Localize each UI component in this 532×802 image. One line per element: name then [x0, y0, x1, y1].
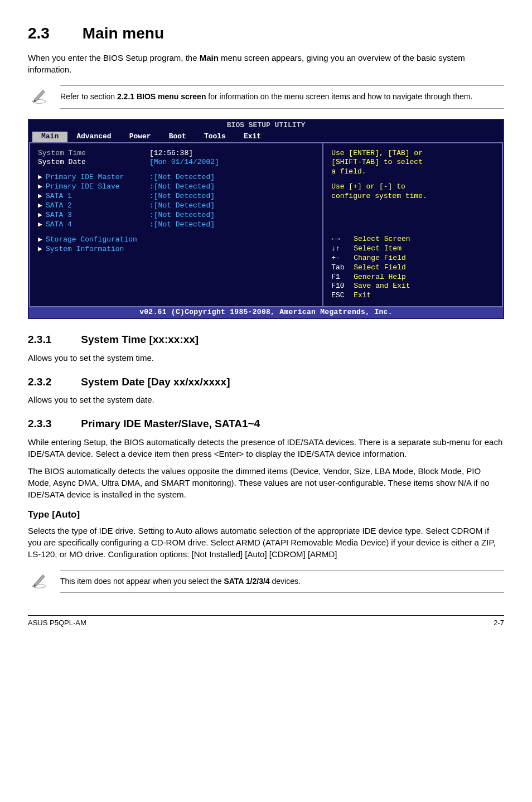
- note1-c: for information on the menu screen items…: [206, 92, 472, 101]
- sub-title: System Time [xx:xx:xx]: [81, 334, 199, 345]
- triangle-icon: ▶: [38, 235, 46, 245]
- nav-desc: Save and Exit: [354, 282, 410, 291]
- intro-text-a: When you enter the BIOS Setup program, t…: [28, 53, 200, 62]
- nav-desc: Exit: [354, 291, 371, 301]
- bios-help-pane: Use [ENTER], [TAB] or [SHIFT-TAB] to sel…: [323, 143, 503, 308]
- pencil-note-icon: [28, 85, 50, 104]
- bios-setup-utility: BIOS SETUP UTILITY Main Advanced Power B…: [28, 119, 504, 319]
- system-time-value[interactable]: [12:56:38]: [149, 149, 193, 158]
- body-233-p2: The BIOS automatically detects the value…: [28, 465, 504, 500]
- sata-3-value: :[Not Detected]: [149, 211, 215, 220]
- note2-b: SATA 1/2/3/4: [224, 577, 269, 586]
- footer-page-num: 2-7: [494, 618, 504, 628]
- section-title-text: Main menu: [83, 25, 164, 42]
- sub-num: 2.3.1: [28, 332, 78, 347]
- primary-ide-master[interactable]: Primary IDE Master: [46, 173, 149, 182]
- triangle-icon: ▶: [38, 192, 46, 201]
- bios-tab-power[interactable]: Power: [120, 132, 160, 142]
- nav-key: Tab: [331, 263, 354, 273]
- sub-title: System Date [Day xx/xx/xxxx]: [81, 376, 230, 388]
- sub-title: Primary IDE Master/Slave, SATA1~4: [81, 418, 260, 429]
- pencil-note-icon: [28, 570, 50, 589]
- triangle-icon: ▶: [38, 211, 46, 220]
- sata-1-value: :[Not Detected]: [149, 192, 215, 201]
- primary-ide-slave-value: :[Not Detected]: [149, 182, 215, 192]
- note-body: Refer to section 2.2.1 BIOS menu screen …: [60, 85, 504, 109]
- nav-key: +-: [331, 254, 354, 263]
- bios-tab-exit[interactable]: Exit: [235, 132, 270, 142]
- sata-2-value: :[Not Detected]: [149, 201, 215, 211]
- system-time-label: System Time: [38, 149, 149, 158]
- note-body: This item does not appear when you selec…: [60, 570, 504, 593]
- bios-tab-advanced[interactable]: Advanced: [67, 132, 120, 142]
- bios-left-pane: System Time [12:56:38] System Date [Mon …: [29, 143, 323, 308]
- nav-desc: Select Screen: [354, 235, 410, 244]
- note2-a: This item does not appear when you selec…: [60, 577, 224, 586]
- sub-num: 2.3.2: [28, 375, 78, 390]
- triangle-icon: ▶: [38, 220, 46, 230]
- body-232: Allows you to set the system date.: [28, 394, 504, 405]
- nav-key: ↓↑: [331, 244, 354, 254]
- type-heading: Type [Auto]: [28, 508, 504, 521]
- sata-3[interactable]: SATA 3: [46, 211, 149, 220]
- body-231: Allows you to set the system time.: [28, 352, 504, 364]
- bios-copyright-footer: v02.61 (C)Copyright 1985-2008, American …: [29, 307, 503, 318]
- nav-key: F1: [331, 273, 354, 282]
- note-block-sata: This item does not appear when you selec…: [28, 570, 504, 593]
- intro-text-bold: Main: [200, 53, 219, 62]
- bios-tab-tools[interactable]: Tools: [195, 132, 235, 142]
- system-date-value[interactable]: [Mon 01/14/2002]: [149, 158, 219, 167]
- triangle-icon: ▶: [38, 173, 46, 182]
- sata-2[interactable]: SATA 2: [46, 201, 149, 211]
- nav-desc: Change Field: [354, 254, 406, 263]
- section-number: 2.3: [28, 22, 78, 44]
- help-line: a field.: [331, 167, 494, 177]
- nav-desc: Select Item: [354, 244, 402, 254]
- storage-configuration[interactable]: Storage Configuration: [46, 235, 137, 245]
- sata-4[interactable]: SATA 4: [46, 220, 149, 230]
- subsection-heading-233: 2.3.3 Primary IDE Master/Slave, SATA1~4: [28, 417, 504, 432]
- intro-paragraph: When you enter the BIOS Setup program, t…: [28, 52, 504, 75]
- bios-tab-boot[interactable]: Boot: [160, 132, 195, 142]
- body-233-p1: While entering Setup, the BIOS automatic…: [28, 436, 504, 460]
- help-line: configure system time.: [331, 192, 494, 201]
- nav-key: ←→: [331, 235, 354, 244]
- footer-product: ASUS P5QPL-AM: [28, 618, 86, 628]
- bios-tab-main[interactable]: Main: [32, 132, 67, 142]
- help-line: [SHIFT-TAB] to select: [331, 158, 494, 167]
- triangle-icon: ▶: [38, 245, 46, 254]
- sata-4-value: :[Not Detected]: [149, 220, 215, 230]
- triangle-icon: ▶: [38, 201, 46, 211]
- system-information[interactable]: System Information: [46, 245, 124, 254]
- nav-key: F10: [331, 282, 354, 291]
- sub-num: 2.3.3: [28, 417, 78, 432]
- bios-menu-bar: Main Advanced Power Boot Tools Exit: [29, 132, 503, 143]
- nav-desc: Select Field: [354, 263, 406, 273]
- subsection-heading-231: 2.3.1 System Time [xx:xx:xx]: [28, 332, 504, 347]
- help-line: Use [+] or [-] to: [331, 182, 494, 192]
- note2-c: devices.: [270, 577, 301, 586]
- section-heading: 2.3 Main menu: [28, 22, 504, 44]
- primary-ide-slave[interactable]: Primary IDE Slave: [46, 182, 149, 192]
- note-block-reference: Refer to section 2.2.1 BIOS menu screen …: [28, 85, 504, 109]
- help-line: Use [ENTER], [TAB] or: [331, 149, 494, 158]
- triangle-icon: ▶: [38, 182, 46, 192]
- sata-1[interactable]: SATA 1: [46, 192, 149, 201]
- subsection-heading-232: 2.3.2 System Date [Day xx/xx/xxxx]: [28, 375, 504, 390]
- nav-desc: General Help: [354, 273, 406, 282]
- type-body: Selects the type of IDE drive. Setting t…: [28, 525, 504, 560]
- page-footer: ASUS P5QPL-AM 2-7: [28, 615, 504, 628]
- bios-title: BIOS SETUP UTILITY: [29, 120, 503, 132]
- system-date-label: System Date: [38, 158, 149, 167]
- nav-key: ESC: [331, 291, 354, 301]
- note1-a: Refer to section: [60, 92, 117, 101]
- note1-b: 2.2.1 BIOS menu screen: [117, 92, 206, 101]
- primary-ide-master-value: :[Not Detected]: [149, 173, 215, 182]
